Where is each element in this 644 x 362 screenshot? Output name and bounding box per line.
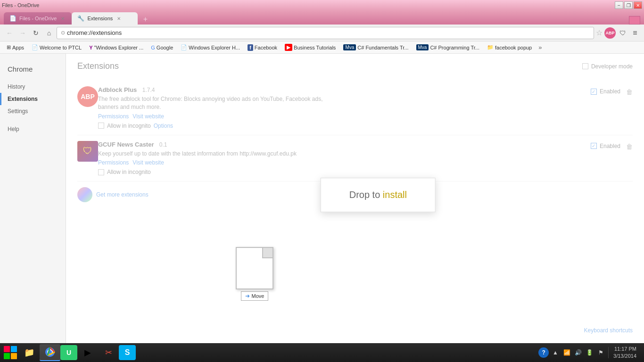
- title-bar-left: Files - OneDrive: [2, 2, 39, 8]
- main-area: Chrome History Extensions Settings Help …: [0, 54, 644, 343]
- taskbar-chrome[interactable]: [40, 344, 60, 361]
- clock-date: 3/13/2014: [613, 353, 636, 360]
- move-arrow-icon: ➜: [245, 293, 250, 299]
- tab-files-close[interactable]: ✕: [59, 15, 66, 22]
- taskbar-separator: [608, 347, 609, 358]
- bookmark-facebook-label: Facebook: [255, 45, 277, 50]
- address-bar-container: ⊙: [57, 27, 594, 39]
- tab-pink-box: [629, 16, 640, 25]
- bookmark-csharp2-label: C# Programming Tr...: [430, 45, 479, 50]
- bookmark-csharp1-label: C# Fundamentals Tr...: [357, 45, 408, 50]
- fbpopup-icon: 📁: [487, 44, 494, 50]
- bookmark-google-label: Google: [157, 45, 173, 50]
- show-hidden-icon[interactable]: ▲: [551, 348, 560, 357]
- bookmark-ptcl-label: Welcome to PTCL: [40, 45, 82, 50]
- csharp1-icon: Mva: [343, 44, 356, 50]
- flag-icon[interactable]: ⚑: [596, 348, 605, 357]
- address-bar[interactable]: [67, 29, 590, 36]
- apps-icon: ⊞: [7, 44, 11, 50]
- toolbar: ← → ↻ ⌂ ⊙ ☆ ABP 🛡 ≡: [0, 25, 644, 41]
- sidebar-title: Chrome: [0, 61, 66, 81]
- bookmark-apps-label: Apps: [12, 45, 24, 50]
- bookmark-csharp2[interactable]: Mva C# Programming Tr...: [413, 43, 482, 51]
- tab-extensions-icon: 🔧: [77, 15, 84, 22]
- content-area: Extensions Developer mode ABP Adblock Pl…: [66, 54, 644, 343]
- file-icon: [236, 247, 273, 289]
- back-button[interactable]: ←: [4, 27, 15, 39]
- move-label: ➜ Move: [241, 291, 269, 301]
- minimize-button[interactable]: −: [615, 1, 623, 9]
- title-bar-controls: − ❐ ✕: [615, 1, 642, 9]
- move-label-text: Move: [252, 293, 264, 299]
- biztutor-icon: ▶: [285, 44, 292, 51]
- taskbar-app3[interactable]: U: [60, 345, 77, 360]
- taskbar-app5[interactable]: ✂: [98, 344, 119, 361]
- profile-button[interactable]: ABP: [604, 27, 616, 39]
- taskbar-app4[interactable]: ▶: [77, 344, 98, 361]
- sidebar-item-extensions[interactable]: Extensions: [0, 93, 66, 105]
- toolbar-right: ☆ ABP 🛡 ≡: [596, 27, 640, 39]
- title-bar: Files - OneDrive − ❐ ✕: [0, 0, 644, 10]
- bookmark-winexp2-label: Windows Explorer H...: [189, 45, 240, 50]
- windows-logo: [4, 346, 17, 359]
- bookmark-apps[interactable]: ⊞ Apps: [4, 43, 27, 51]
- bookmark-star-icon[interactable]: ☆: [596, 28, 603, 37]
- dragged-file: ➜ Move: [236, 247, 273, 301]
- clock-time: 11:17 PM: [613, 346, 636, 353]
- csharp2-icon: Mva: [416, 44, 429, 50]
- taskbar: 📁 U ▶ ✂ S ? ▲ 📶 🔊 🔋 ⚑ 11:17 PM 3/13/2014: [0, 343, 644, 362]
- bookmark-fbpopup[interactable]: 📁 facebook popup: [484, 43, 535, 51]
- tab-bar: 📄 Files - OneDrive ✕ 🔧 Extensions ✕ +: [0, 10, 644, 25]
- bookmark-winexp1-label: "Windows Explorer ...: [94, 45, 143, 50]
- system-clock[interactable]: 11:17 PM 3/13/2014: [611, 346, 638, 360]
- bookmark-fbpopup-label: facebook popup: [495, 45, 532, 50]
- address-bar-icon: ⊙: [61, 30, 65, 36]
- sidebar-item-settings[interactable]: Settings: [0, 105, 66, 117]
- title-bar-title: Files - OneDrive: [2, 2, 39, 8]
- winexp1-icon: Y: [89, 45, 92, 50]
- new-tab-button[interactable]: +: [140, 14, 151, 25]
- reload-button[interactable]: ↻: [30, 27, 41, 39]
- bookmark-google[interactable]: G Google: [148, 44, 176, 51]
- close-button[interactable]: ✕: [634, 1, 642, 9]
- tab-files-onedrive[interactable]: 📄 Files - OneDrive ✕: [4, 12, 72, 25]
- bookmark-biztutor-label: Business Tutorials: [294, 45, 336, 50]
- taskbar-skype[interactable]: S: [119, 345, 136, 360]
- bookmark-ptcl[interactable]: 📄 Welcome to PTCL: [29, 43, 84, 51]
- bookmarks-bar: ⊞ Apps 📄 Welcome to PTCL Y "Windows Expl…: [0, 41, 644, 54]
- home-button[interactable]: ⌂: [43, 27, 55, 39]
- extension-icon[interactable]: 🛡: [618, 28, 628, 38]
- ptcl-icon: 📄: [32, 44, 38, 50]
- taskbar-file-explorer[interactable]: 📁: [19, 344, 40, 361]
- tab-extensions-close[interactable]: ✕: [116, 15, 122, 22]
- drop-to-install-box: Drop to install: [321, 178, 436, 212]
- help-icon[interactable]: ?: [538, 347, 549, 358]
- bookmark-winexp2[interactable]: 📄 Windows Explorer H...: [178, 43, 243, 51]
- bookmark-csharp1[interactable]: Mva C# Fundamentals Tr...: [340, 43, 411, 51]
- facebook-icon: f: [248, 44, 253, 51]
- drop-to-install-text: Drop to install: [349, 189, 407, 200]
- winexp2-icon: 📄: [181, 44, 187, 50]
- drop-overlay: Drop to install ➜ Move: [66, 54, 644, 343]
- tab-extensions-label: Extensions: [87, 16, 113, 21]
- bookmark-facebook[interactable]: f Facebook: [245, 43, 280, 52]
- battery-icon[interactable]: 🔋: [585, 348, 594, 357]
- restore-button[interactable]: ❐: [624, 1, 633, 9]
- sidebar-item-help[interactable]: Help: [0, 123, 66, 135]
- tab-extensions[interactable]: 🔧 Extensions ✕: [72, 12, 138, 25]
- sidebar-divider: [0, 117, 66, 123]
- forward-button[interactable]: →: [17, 27, 28, 39]
- tab-files-label: Files - OneDrive: [19, 16, 57, 21]
- volume-icon[interactable]: 🔊: [573, 348, 583, 357]
- bookmark-biztutor[interactable]: ▶ Business Tutorials: [282, 43, 339, 52]
- network-icon[interactable]: 📶: [562, 348, 571, 357]
- taskbar-right: ? ▲ 📶 🔊 🔋 ⚑ 11:17 PM 3/13/2014: [538, 346, 642, 360]
- sidebar-item-history[interactable]: History: [0, 81, 66, 93]
- drop-install-highlight: install: [383, 189, 407, 200]
- bookmark-winexp1[interactable]: Y "Windows Explorer ...: [86, 44, 146, 51]
- chrome-icon: [45, 347, 55, 357]
- menu-button[interactable]: ≡: [630, 28, 640, 38]
- sidebar: Chrome History Extensions Settings Help: [0, 54, 66, 343]
- bookmarks-more-button[interactable]: »: [537, 44, 544, 51]
- start-button[interactable]: [2, 344, 19, 361]
